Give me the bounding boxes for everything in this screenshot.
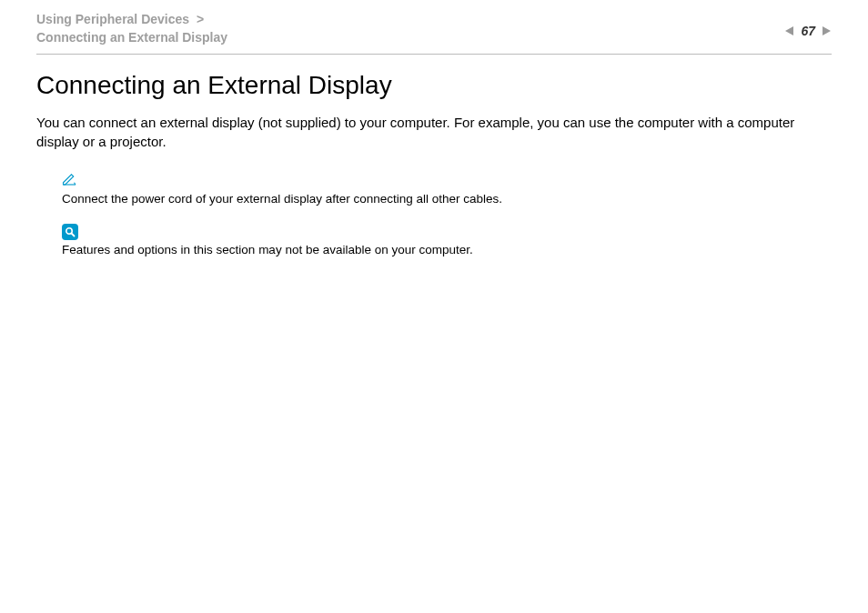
intro-paragraph: You can connect an external display (not… [36,113,832,151]
page-title: Connecting an External Display [36,71,832,100]
note-text: Features and options in this section may… [62,242,832,258]
pencil-icon [62,173,832,189]
note-block: Connect the power cord of your external … [62,173,832,207]
next-page-button[interactable] [821,25,832,36]
page-number: 67 [801,24,815,38]
breadcrumb-section: Using Peripheral Devices [36,12,189,26]
page-content: Connecting an External Display You can c… [0,71,868,257]
note-text: Connect the power cord of your external … [62,191,832,207]
prev-page-button[interactable] [784,25,795,36]
breadcrumb-subsection: Connecting an External Display [36,29,227,47]
breadcrumb: Using Peripheral Devices > Connecting an… [36,11,227,46]
search-icon [62,224,78,240]
arrow-left-icon [784,25,795,36]
svg-marker-0 [785,26,793,35]
breadcrumb-separator: > [197,12,204,26]
arrow-right-icon [821,25,832,36]
svg-marker-1 [823,26,831,35]
page-header: Using Peripheral Devices > Connecting an… [0,0,868,54]
note-block: Features and options in this section may… [62,224,832,258]
page-navigation: 67 [784,24,832,38]
header-divider [36,54,832,55]
svg-line-3 [72,233,75,236]
